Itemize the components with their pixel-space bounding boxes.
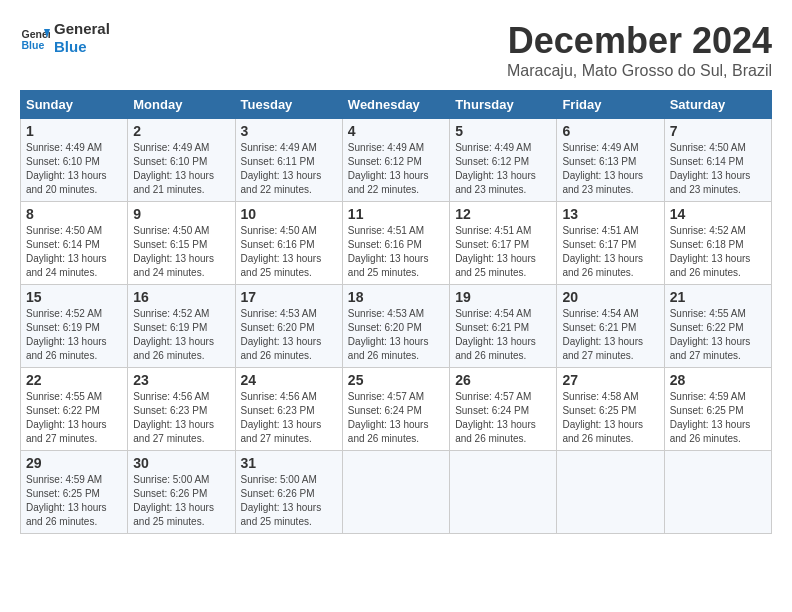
calendar-cell: 18Sunrise: 4:53 AMSunset: 6:20 PMDayligh… xyxy=(342,285,449,368)
day-number: 26 xyxy=(455,372,551,388)
calendar-table: SundayMondayTuesdayWednesdayThursdayFrid… xyxy=(20,90,772,534)
calendar-cell: 12Sunrise: 4:51 AMSunset: 6:17 PMDayligh… xyxy=(450,202,557,285)
day-detail: Sunrise: 4:49 AMSunset: 6:10 PMDaylight:… xyxy=(26,141,122,197)
calendar-cell xyxy=(664,451,771,534)
calendar-cell: 6Sunrise: 4:49 AMSunset: 6:13 PMDaylight… xyxy=(557,119,664,202)
calendar-cell: 27Sunrise: 4:58 AMSunset: 6:25 PMDayligh… xyxy=(557,368,664,451)
calendar-cell: 2Sunrise: 4:49 AMSunset: 6:10 PMDaylight… xyxy=(128,119,235,202)
calendar-cell: 25Sunrise: 4:57 AMSunset: 6:24 PMDayligh… xyxy=(342,368,449,451)
day-number: 6 xyxy=(562,123,658,139)
calendar-cell: 30Sunrise: 5:00 AMSunset: 6:26 PMDayligh… xyxy=(128,451,235,534)
weekday-header-row: SundayMondayTuesdayWednesdayThursdayFrid… xyxy=(21,91,772,119)
calendar-cell: 3Sunrise: 4:49 AMSunset: 6:11 PMDaylight… xyxy=(235,119,342,202)
calendar-cell: 7Sunrise: 4:50 AMSunset: 6:14 PMDaylight… xyxy=(664,119,771,202)
subtitle: Maracaju, Mato Grosso do Sul, Brazil xyxy=(507,62,772,80)
day-detail: Sunrise: 4:50 AMSunset: 6:16 PMDaylight:… xyxy=(241,224,337,280)
day-number: 14 xyxy=(670,206,766,222)
week-row-3: 15Sunrise: 4:52 AMSunset: 6:19 PMDayligh… xyxy=(21,285,772,368)
day-detail: Sunrise: 4:59 AMSunset: 6:25 PMDaylight:… xyxy=(26,473,122,529)
day-number: 11 xyxy=(348,206,444,222)
calendar-cell: 8Sunrise: 4:50 AMSunset: 6:14 PMDaylight… xyxy=(21,202,128,285)
calendar-cell: 16Sunrise: 4:52 AMSunset: 6:19 PMDayligh… xyxy=(128,285,235,368)
day-number: 9 xyxy=(133,206,229,222)
day-number: 21 xyxy=(670,289,766,305)
day-detail: Sunrise: 4:49 AMSunset: 6:13 PMDaylight:… xyxy=(562,141,658,197)
calendar-cell: 11Sunrise: 4:51 AMSunset: 6:16 PMDayligh… xyxy=(342,202,449,285)
day-number: 13 xyxy=(562,206,658,222)
day-number: 20 xyxy=(562,289,658,305)
calendar-cell: 29Sunrise: 4:59 AMSunset: 6:25 PMDayligh… xyxy=(21,451,128,534)
calendar-cell: 24Sunrise: 4:56 AMSunset: 6:23 PMDayligh… xyxy=(235,368,342,451)
day-number: 15 xyxy=(26,289,122,305)
logo: General Blue General Blue xyxy=(20,20,110,56)
day-number: 8 xyxy=(26,206,122,222)
day-detail: Sunrise: 4:49 AMSunset: 6:12 PMDaylight:… xyxy=(348,141,444,197)
day-detail: Sunrise: 4:58 AMSunset: 6:25 PMDaylight:… xyxy=(562,390,658,446)
day-number: 2 xyxy=(133,123,229,139)
day-detail: Sunrise: 4:53 AMSunset: 6:20 PMDaylight:… xyxy=(348,307,444,363)
day-number: 5 xyxy=(455,123,551,139)
calendar-cell: 23Sunrise: 4:56 AMSunset: 6:23 PMDayligh… xyxy=(128,368,235,451)
day-detail: Sunrise: 4:56 AMSunset: 6:23 PMDaylight:… xyxy=(133,390,229,446)
day-detail: Sunrise: 4:52 AMSunset: 6:19 PMDaylight:… xyxy=(26,307,122,363)
calendar-cell: 20Sunrise: 4:54 AMSunset: 6:21 PMDayligh… xyxy=(557,285,664,368)
weekday-header-thursday: Thursday xyxy=(450,91,557,119)
calendar-cell: 1Sunrise: 4:49 AMSunset: 6:10 PMDaylight… xyxy=(21,119,128,202)
weekday-header-monday: Monday xyxy=(128,91,235,119)
day-detail: Sunrise: 4:52 AMSunset: 6:19 PMDaylight:… xyxy=(133,307,229,363)
day-number: 23 xyxy=(133,372,229,388)
day-detail: Sunrise: 4:54 AMSunset: 6:21 PMDaylight:… xyxy=(455,307,551,363)
calendar-cell xyxy=(342,451,449,534)
calendar-cell: 26Sunrise: 4:57 AMSunset: 6:24 PMDayligh… xyxy=(450,368,557,451)
day-number: 10 xyxy=(241,206,337,222)
calendar-cell xyxy=(557,451,664,534)
day-detail: Sunrise: 4:51 AMSunset: 6:16 PMDaylight:… xyxy=(348,224,444,280)
calendar-cell: 10Sunrise: 4:50 AMSunset: 6:16 PMDayligh… xyxy=(235,202,342,285)
day-number: 7 xyxy=(670,123,766,139)
day-number: 28 xyxy=(670,372,766,388)
weekday-header-sunday: Sunday xyxy=(21,91,128,119)
day-number: 22 xyxy=(26,372,122,388)
week-row-4: 22Sunrise: 4:55 AMSunset: 6:22 PMDayligh… xyxy=(21,368,772,451)
calendar-cell: 13Sunrise: 4:51 AMSunset: 6:17 PMDayligh… xyxy=(557,202,664,285)
day-detail: Sunrise: 4:57 AMSunset: 6:24 PMDaylight:… xyxy=(455,390,551,446)
calendar-cell: 21Sunrise: 4:55 AMSunset: 6:22 PMDayligh… xyxy=(664,285,771,368)
day-number: 24 xyxy=(241,372,337,388)
day-detail: Sunrise: 4:59 AMSunset: 6:25 PMDaylight:… xyxy=(670,390,766,446)
day-number: 16 xyxy=(133,289,229,305)
calendar-cell: 4Sunrise: 4:49 AMSunset: 6:12 PMDaylight… xyxy=(342,119,449,202)
day-number: 19 xyxy=(455,289,551,305)
day-detail: Sunrise: 4:53 AMSunset: 6:20 PMDaylight:… xyxy=(241,307,337,363)
day-detail: Sunrise: 4:51 AMSunset: 6:17 PMDaylight:… xyxy=(455,224,551,280)
svg-text:Blue: Blue xyxy=(22,39,45,51)
day-detail: Sunrise: 4:55 AMSunset: 6:22 PMDaylight:… xyxy=(670,307,766,363)
calendar-cell: 19Sunrise: 4:54 AMSunset: 6:21 PMDayligh… xyxy=(450,285,557,368)
day-number: 30 xyxy=(133,455,229,471)
calendar-cell: 14Sunrise: 4:52 AMSunset: 6:18 PMDayligh… xyxy=(664,202,771,285)
day-detail: Sunrise: 4:50 AMSunset: 6:15 PMDaylight:… xyxy=(133,224,229,280)
day-number: 4 xyxy=(348,123,444,139)
day-number: 12 xyxy=(455,206,551,222)
calendar-cell xyxy=(450,451,557,534)
day-detail: Sunrise: 4:55 AMSunset: 6:22 PMDaylight:… xyxy=(26,390,122,446)
main-title: December 2024 xyxy=(507,20,772,62)
weekday-header-tuesday: Tuesday xyxy=(235,91,342,119)
day-number: 17 xyxy=(241,289,337,305)
day-number: 18 xyxy=(348,289,444,305)
logo-text: General Blue xyxy=(54,20,110,56)
logo-icon: General Blue xyxy=(20,23,50,53)
week-row-2: 8Sunrise: 4:50 AMSunset: 6:14 PMDaylight… xyxy=(21,202,772,285)
calendar-cell: 31Sunrise: 5:00 AMSunset: 6:26 PMDayligh… xyxy=(235,451,342,534)
day-detail: Sunrise: 4:51 AMSunset: 6:17 PMDaylight:… xyxy=(562,224,658,280)
day-number: 3 xyxy=(241,123,337,139)
day-detail: Sunrise: 4:49 AMSunset: 6:10 PMDaylight:… xyxy=(133,141,229,197)
day-detail: Sunrise: 5:00 AMSunset: 6:26 PMDaylight:… xyxy=(133,473,229,529)
weekday-header-saturday: Saturday xyxy=(664,91,771,119)
day-number: 29 xyxy=(26,455,122,471)
day-number: 27 xyxy=(562,372,658,388)
day-detail: Sunrise: 4:49 AMSunset: 6:12 PMDaylight:… xyxy=(455,141,551,197)
day-detail: Sunrise: 4:56 AMSunset: 6:23 PMDaylight:… xyxy=(241,390,337,446)
day-detail: Sunrise: 4:50 AMSunset: 6:14 PMDaylight:… xyxy=(670,141,766,197)
calendar-cell: 17Sunrise: 4:53 AMSunset: 6:20 PMDayligh… xyxy=(235,285,342,368)
calendar-cell: 15Sunrise: 4:52 AMSunset: 6:19 PMDayligh… xyxy=(21,285,128,368)
